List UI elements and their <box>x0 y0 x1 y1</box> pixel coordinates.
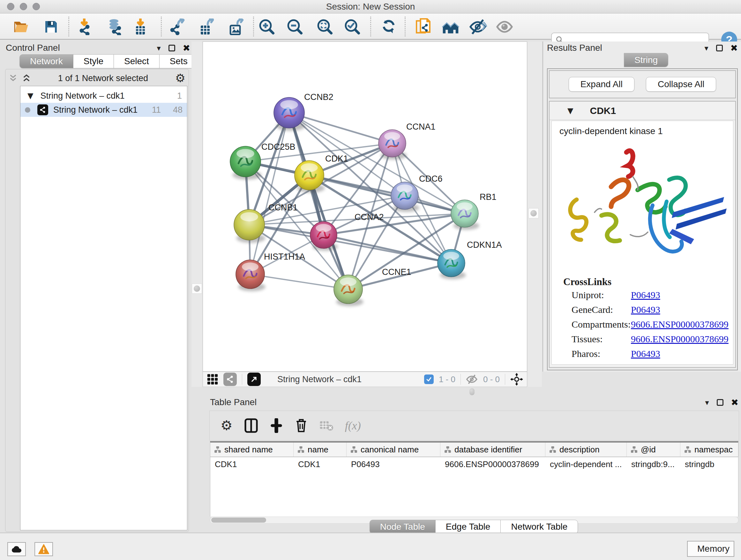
cloud-status-button[interactable] <box>7 542 26 556</box>
gene-expander-icon[interactable]: ▼ <box>567 106 573 115</box>
export-image-button[interactable] <box>227 18 245 36</box>
zoom-in-button[interactable] <box>258 18 276 36</box>
zoom-fit-button[interactable] <box>316 18 334 36</box>
column-header-name[interactable]: name <box>293 442 347 456</box>
column-type-icon <box>297 446 305 453</box>
right-splitter-handle[interactable] <box>529 208 539 219</box>
collapse-all-button[interactable]: Collapse All <box>646 77 716 91</box>
hide-glass-button[interactable] <box>469 18 487 36</box>
crosslink-link[interactable]: P06493 <box>631 290 660 300</box>
collapse-panel-icon[interactable]: ▾ <box>157 44 160 53</box>
crosslinks-heading: CrossLinks <box>563 276 611 288</box>
close-panel-icon[interactable]: ✖ <box>731 43 738 53</box>
network-type-icon <box>223 373 237 386</box>
save-session-button[interactable] <box>42 18 60 36</box>
crosslink-link[interactable]: 9606.ENSP00000378699 <box>631 319 729 330</box>
gear-icon[interactable]: ⚙ <box>175 72 185 84</box>
tab-node-table[interactable]: Node Table <box>369 520 435 534</box>
add-column-icon[interactable] <box>270 418 283 433</box>
export-network-button[interactable] <box>169 18 187 36</box>
zoom-out-button[interactable] <box>286 18 304 36</box>
open-session-button[interactable] <box>12 18 30 36</box>
import-network-icon <box>77 18 93 35</box>
node-table: shared namenamecanonical namedatabase id… <box>210 441 738 516</box>
left-splitter[interactable] <box>192 42 202 387</box>
show-glass-button[interactable] <box>496 18 514 36</box>
import-network-from-database-button[interactable] <box>106 18 124 36</box>
open-in-window-icon[interactable] <box>247 373 261 386</box>
table-row[interactable]: CDK1CDK1P064939606.ENSP00000378699cyclin… <box>210 457 738 471</box>
chevron-double-up-icon[interactable] <box>22 74 31 83</box>
table-settings-gear-icon[interactable]: ⚙ <box>220 419 232 432</box>
column-header--id[interactable]: @id <box>627 442 680 456</box>
close-panel-icon[interactable]: ✖ <box>183 43 190 53</box>
table-cell: CDK1 <box>210 457 293 471</box>
memory-label: Memory <box>697 544 730 554</box>
network-view-statusbar: String Network – cdk1 1 - 0 0 - 0 <box>203 372 527 387</box>
network-tree: ▼ String Network – cdk1 1 String Network… <box>20 86 187 530</box>
network-collection-row[interactable]: ▼ String Network – cdk1 1 <box>20 89 187 103</box>
column-header-database-identifier[interactable]: database identifier <box>441 442 545 456</box>
zoom-selected-button[interactable] <box>343 18 361 36</box>
collapse-panel-icon[interactable]: ▾ <box>704 44 708 53</box>
tree-expander-icon[interactable]: ▼ <box>27 91 33 100</box>
import-table-icon <box>132 18 149 35</box>
zoom-selected-icon <box>344 18 360 35</box>
column-header-description[interactable]: description <box>545 442 627 456</box>
apply-layout-button[interactable] <box>380 18 398 36</box>
import-table-button[interactable] <box>131 18 149 36</box>
cloud-icon <box>11 545 22 553</box>
gene-section-header[interactable]: ▼ CDK1 <box>549 102 735 120</box>
window-title: Session: New Session <box>0 2 741 12</box>
warnings-button[interactable] <box>35 542 53 556</box>
column-header-shared-name[interactable]: shared name <box>210 442 293 456</box>
string-home-button[interactable] <box>442 18 460 36</box>
memory-button[interactable]: Memory <box>687 541 734 557</box>
document-share-icon <box>415 18 432 36</box>
edge-count: 48 <box>173 105 183 115</box>
node-label-HIST1H1A: HIST1H1A <box>264 252 305 261</box>
eye-icon <box>496 18 514 36</box>
import-network-button[interactable] <box>76 18 94 36</box>
tab-network[interactable]: Network <box>19 54 73 68</box>
horizontal-splitter-handle[interactable] <box>469 388 475 395</box>
crosslink-label: Uniprot: <box>571 290 631 300</box>
string-network-icon <box>37 105 48 115</box>
crosslink-link[interactable]: P06493 <box>631 304 660 315</box>
column-header-namespac[interactable]: namespac <box>680 442 739 456</box>
node-label-CDC25B: CDC25B <box>261 142 295 152</box>
node-label-CCNB2: CCNB2 <box>304 92 333 102</box>
float-panel-icon[interactable] <box>717 399 724 406</box>
tab-edge-table[interactable]: Edge Table <box>435 520 501 534</box>
selected-nodes-checkbox[interactable] <box>424 374 434 384</box>
delete-column-trash-icon[interactable] <box>294 418 308 433</box>
crosslink-label: Tissues: <box>571 334 631 345</box>
column-header-canonical-name[interactable]: canonical name <box>347 442 441 456</box>
tab-string[interactable]: String <box>624 53 668 67</box>
collapse-panel-icon[interactable]: ▾ <box>705 398 709 407</box>
network-row[interactable]: String Network – cdk1 11 48 <box>20 103 187 117</box>
tab-select[interactable]: Select <box>114 54 159 68</box>
chevron-double-down-icon[interactable] <box>9 74 17 83</box>
tab-style[interactable]: Style <box>73 54 114 68</box>
expand-all-button[interactable]: Expand All <box>569 77 634 91</box>
birds-eye-view-icon[interactable] <box>207 374 218 385</box>
network-view[interactable]: CCNB2CCNA1CDC25BCDK1CDC6RB1CCNB1CCNA2CCN… <box>203 42 527 372</box>
float-panel-icon[interactable] <box>716 45 723 51</box>
export-table-button[interactable] <box>198 18 216 36</box>
left-splitter-handle[interactable] <box>192 284 202 294</box>
crosslink-link[interactable]: P06493 <box>631 348 660 359</box>
float-panel-icon[interactable] <box>169 45 175 51</box>
show-columns-icon[interactable] <box>244 418 258 433</box>
copy-network-button[interactable] <box>415 18 433 36</box>
pan-crosshair-icon[interactable] <box>510 373 523 386</box>
close-panel-icon[interactable]: ✖ <box>731 397 738 408</box>
column-label: description <box>559 445 600 455</box>
right-splitter[interactable] <box>528 42 542 387</box>
crosslink-link[interactable]: 9606.ENSP00000378699 <box>631 334 729 345</box>
function-builder-icon: f(x) <box>345 419 361 432</box>
zoom-fit-icon <box>317 18 333 35</box>
node-count: 11 <box>152 105 161 115</box>
network-graph[interactable]: CCNB2CCNA1CDC25BCDK1CDC6RB1CCNB1CCNA2CCN… <box>203 42 527 371</box>
tab-network-table[interactable]: Network Table <box>500 520 578 534</box>
